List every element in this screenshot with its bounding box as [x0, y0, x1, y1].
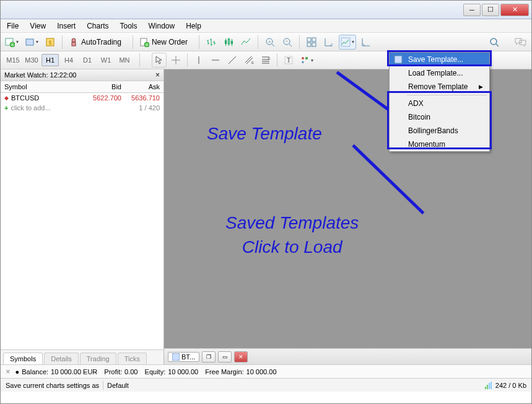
template-item-momentum[interactable]: Momentum	[390, 138, 489, 151]
bar-chart-button[interactable]	[204, 35, 219, 50]
auto-scroll-button[interactable]	[321, 35, 336, 50]
chart-shift-button[interactable]	[339, 35, 356, 50]
svg-rect-23	[307, 38, 311, 42]
mdi-close-button[interactable]: ✕	[234, 351, 248, 362]
cursor-button[interactable]	[152, 53, 167, 68]
svg-text:$: $	[48, 40, 51, 46]
svg-rect-3	[26, 39, 33, 45]
annotation-save: Save Template	[207, 124, 322, 144]
tab-trading[interactable]: Trading	[80, 353, 116, 364]
svg-line-34	[229, 56, 236, 64]
menu-help[interactable]: Help	[186, 22, 201, 30]
menu-remove-template[interactable]: Remove Template▶	[390, 80, 489, 94]
autotrading-button[interactable]: AutoTrading	[67, 35, 128, 50]
status-traffic[interactable]: 242 / 0 Kb	[495, 382, 526, 389]
menu-file[interactable]: File	[7, 22, 19, 30]
mdi-minimize-button[interactable]: ▭	[218, 351, 232, 362]
menu-insert[interactable]: Insert	[57, 22, 76, 30]
zoom-out-button[interactable]: −	[280, 35, 295, 50]
equidistant-button[interactable]: E	[242, 53, 256, 68]
crosshair-button[interactable]	[168, 53, 183, 68]
template-item-bollinger[interactable]: BollingerBands	[390, 124, 489, 138]
vline-button[interactable]	[191, 53, 206, 68]
balance-value: 10 000.00 EUR	[51, 368, 97, 375]
equity-value: 10 000.00	[168, 368, 198, 375]
market-watch-add-row[interactable]: + click to add... 1 / 420	[1, 103, 164, 113]
equity-label: Equity:	[145, 368, 166, 375]
market-watch-title: Market Watch: 12:22:00 ×	[1, 69, 164, 81]
svg-text:+: +	[146, 43, 148, 47]
candle-chart-button[interactable]	[221, 35, 236, 50]
indicators-button[interactable]	[359, 35, 373, 50]
svg-line-18	[272, 44, 274, 46]
mdi-tab-bar: BT... ❐ ▭ ✕	[164, 348, 531, 364]
menu-tools[interactable]: Tools	[120, 22, 137, 30]
tab-ticks[interactable]: Ticks	[118, 353, 147, 364]
balance-label: Balance:	[22, 368, 48, 375]
col-symbol[interactable]: Symbol	[1, 81, 87, 92]
new-chart-button[interactable]: +	[3, 35, 20, 50]
svg-point-6	[72, 38, 76, 42]
submenu-arrow-icon: ▶	[479, 84, 483, 90]
status-profile[interactable]: Default	[107, 382, 129, 389]
connection-status-icon	[484, 381, 493, 390]
fibo-button[interactable]: F	[258, 53, 273, 68]
tf-mn[interactable]: MN	[116, 54, 133, 66]
margin-label: Free Margin:	[205, 368, 243, 375]
menu-view[interactable]: View	[30, 22, 46, 30]
price-down-icon: ◆	[4, 95, 9, 101]
profit-label: Profit:	[104, 368, 122, 375]
terminal-bar: × ● Balance: 10 000.00 EUR Profit: 0.00 …	[1, 364, 531, 378]
add-label: click to add...	[11, 104, 50, 112]
chat-button[interactable]	[513, 35, 529, 50]
menu-load-template[interactable]: Load Template...	[390, 66, 489, 80]
tf-h4[interactable]: H4	[60, 54, 77, 66]
svg-rect-25	[307, 43, 311, 46]
mdi-restore-button[interactable]: ❐	[202, 351, 216, 362]
col-bid[interactable]: Bid	[87, 81, 125, 92]
symbol-name: BTCUSD	[11, 94, 39, 102]
tf-m30[interactable]: M30	[23, 54, 40, 66]
menu-window[interactable]: Window	[149, 22, 175, 30]
new-order-button[interactable]: + New Order	[137, 35, 194, 50]
profiles-button[interactable]	[23, 35, 40, 50]
svg-rect-49	[395, 56, 402, 63]
tf-h1[interactable]: H1	[41, 54, 59, 66]
line-chart-button[interactable]	[238, 35, 253, 50]
menu-save-template[interactable]: Save Template...	[390, 53, 489, 66]
svg-marker-47	[302, 61, 304, 64]
svg-rect-53	[491, 382, 492, 389]
hline-button[interactable]	[208, 53, 223, 68]
template-item-adx[interactable]: ADX	[390, 97, 489, 110]
market-watch-close-icon[interactable]: ×	[155, 71, 160, 79]
trendline-button[interactable]	[225, 53, 240, 68]
connection-icon: ●	[15, 368, 20, 375]
mdi-chart-tab[interactable]: BT...	[168, 352, 199, 362]
plus-icon: +	[4, 104, 8, 112]
menubar: File View Insert Charts Tools Window Hel…	[1, 19, 531, 33]
menu-charts[interactable]: Charts	[87, 22, 108, 30]
market-watch-row[interactable]: ◆BTCUSD 5622.700 5636.710	[1, 93, 164, 103]
text-button[interactable]: T	[281, 53, 296, 68]
tf-d1[interactable]: D1	[79, 54, 96, 66]
col-ask[interactable]: Ask	[125, 81, 164, 92]
template-item-bitcoin[interactable]: Bitcoin	[390, 110, 489, 124]
objects-button[interactable]	[298, 53, 315, 68]
tab-symbols[interactable]: Symbols	[3, 353, 43, 364]
zoom-in-button[interactable]: +	[263, 35, 277, 50]
tf-w1[interactable]: W1	[97, 54, 115, 66]
tab-details[interactable]: Details	[44, 353, 79, 364]
minimize-button[interactable]: ─	[463, 4, 481, 16]
svg-rect-52	[489, 383, 490, 389]
maximize-button[interactable]: ☐	[482, 4, 499, 16]
close-button[interactable]: ✕	[500, 4, 529, 16]
autotrading-label: AutoTrading	[79, 38, 124, 46]
tile-windows-button[interactable]	[304, 35, 319, 50]
search-button[interactable]	[487, 35, 502, 50]
app-icon	[3, 5, 13, 15]
svg-text:E: E	[251, 61, 254, 64]
tf-m15[interactable]: M15	[4, 54, 22, 66]
terminal-close-icon[interactable]: ×	[6, 367, 11, 376]
svg-text:−: −	[286, 38, 289, 44]
market-watch-button[interactable]: $	[43, 35, 58, 50]
